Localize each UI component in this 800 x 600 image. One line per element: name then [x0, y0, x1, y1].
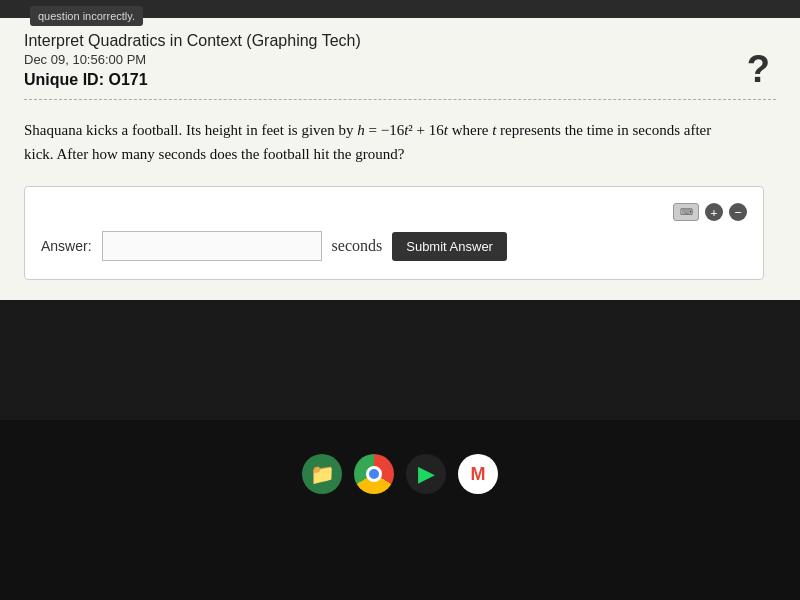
header-date: Dec 09, 10:56:00 PM: [24, 52, 776, 67]
answer-box: ⌨ + − Answer: seconds Submit Answer: [24, 186, 764, 280]
page-title: Interpret Quadratics in Context (Graphin…: [24, 32, 776, 50]
zoom-out-button[interactable]: −: [729, 203, 747, 221]
question-text-part2: where: [448, 122, 492, 138]
files-taskbar-icon[interactable]: 📁: [302, 454, 342, 494]
content-area: ? Interpret Quadratics in Context (Graph…: [0, 18, 800, 300]
tooltip: question incorrectly.: [30, 6, 143, 26]
submit-answer-button[interactable]: Submit Answer: [392, 232, 507, 261]
gmail-taskbar-icon[interactable]: M: [458, 454, 498, 494]
taskbar: 📁 ▶ M: [0, 448, 800, 500]
answer-label: Answer:: [41, 238, 92, 254]
chrome-taskbar-icon[interactable]: [354, 454, 394, 494]
zoom-in-button[interactable]: +: [705, 203, 723, 221]
tooltip-text: question incorrectly.: [38, 10, 135, 22]
chrome-center: [366, 466, 382, 482]
keyboard-icon[interactable]: ⌨: [673, 203, 699, 221]
play-icon: ▶: [418, 461, 435, 487]
gmail-icon: M: [471, 464, 486, 485]
unique-id: Unique ID: O171: [24, 71, 776, 89]
answer-input[interactable]: [102, 231, 322, 261]
question-equation: h = −16t² + 16t: [357, 122, 448, 138]
question-body: Shaquana kicks a football. Its height in…: [24, 118, 744, 166]
play-taskbar-icon[interactable]: ▶: [406, 454, 446, 494]
answer-row: Answer: seconds Submit Answer: [41, 231, 747, 261]
files-icon: 📁: [310, 462, 335, 486]
icon-row: ⌨ + −: [41, 203, 747, 221]
divider: [24, 99, 776, 100]
question-text-part1: Shaquana kicks a football. Its height in…: [24, 122, 357, 138]
help-icon[interactable]: ?: [747, 48, 770, 91]
bottom-area: 📁 ▶ M: [0, 420, 800, 600]
seconds-label: seconds: [332, 237, 383, 255]
